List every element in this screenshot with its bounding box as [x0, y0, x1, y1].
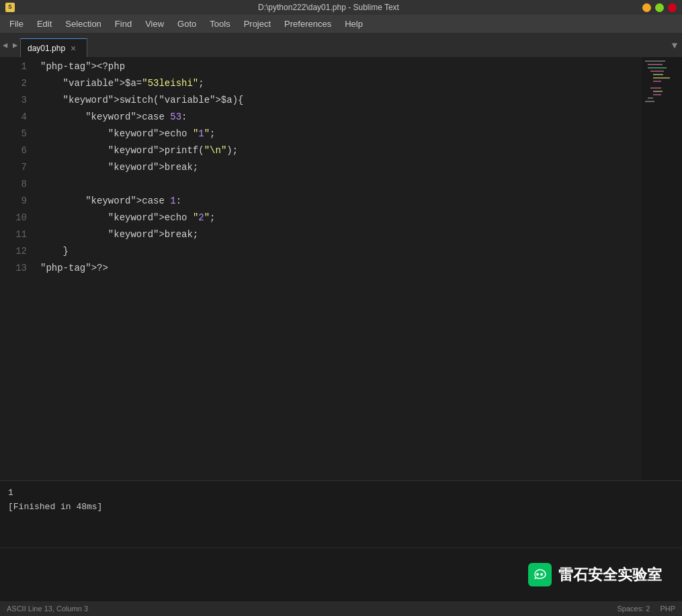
output-line2: [Finished in 48ms]: [8, 500, 674, 515]
tab-bar: ◀ ▶ day01.php × ▼: [0, 34, 682, 57]
status-bar: ASCII Line 13, Column 3 Spaces: 2 PHP: [0, 601, 682, 616]
code-line-5: "keyword">echo "1";: [40, 126, 642, 142]
tab-nav-right-button[interactable]: ▶: [10, 36, 20, 55]
close-button[interactable]: [668, 3, 677, 12]
menu-item-selection[interactable]: Selection: [58, 17, 108, 30]
menu-item-tools[interactable]: Tools: [203, 17, 237, 30]
line-number-2: 2: [0, 75, 27, 92]
code-line-4: "keyword">case 53:: [40, 109, 642, 126]
menu-bar: FileEditSelectionFindViewGotoToolsProjec…: [0, 15, 682, 34]
tab-close-button[interactable]: ×: [71, 44, 76, 53]
line-number-9: 9: [0, 193, 27, 210]
tab-label: day01.php: [28, 44, 65, 53]
line-number-8: 8: [0, 176, 27, 193]
svg-rect-3: [650, 71, 664, 72]
window-title: D:\python222\day01.php - Sublime Text: [15, 3, 642, 12]
title-bar: S D:\python222\day01.php - Sublime Text: [0, 0, 682, 15]
svg-rect-6: [653, 81, 661, 82]
code-line-9: "keyword">case 1:: [40, 193, 642, 210]
minimap[interactable]: [642, 57, 682, 480]
svg-point-13: [540, 573, 543, 576]
line-number-4: 4: [0, 109, 27, 126]
svg-rect-4: [653, 74, 663, 75]
code-line-12: }: [40, 243, 642, 260]
status-position: ASCII Line 13, Column 3: [7, 605, 88, 613]
svg-rect-8: [653, 91, 663, 92]
svg-rect-1: [648, 64, 663, 65]
tab-day01[interactable]: day01.php ×: [20, 38, 87, 57]
status-right: Spaces: 2 PHP: [617, 605, 675, 613]
code-line-13: "php-tag">?>: [40, 260, 642, 277]
menu-item-file[interactable]: File: [3, 17, 30, 30]
code-line-3: "keyword">switch("variable">$a){: [40, 92, 642, 109]
menu-item-preferences[interactable]: Preferences: [278, 17, 338, 30]
tab-nav-left-button[interactable]: ◀: [0, 36, 10, 55]
status-spaces: Spaces: 2: [617, 605, 650, 613]
minimap-content: [645, 60, 679, 144]
code-line-10: "keyword">echo "2";: [40, 210, 642, 226]
line-number-7: 7: [0, 159, 27, 176]
svg-point-12: [536, 573, 539, 576]
menu-item-find[interactable]: Find: [108, 17, 138, 30]
app-icon: S: [5, 3, 15, 12]
svg-rect-11: [645, 101, 654, 102]
status-left: ASCII Line 13, Column 3: [7, 605, 88, 613]
svg-rect-7: [650, 87, 661, 89]
svg-rect-9: [653, 94, 661, 95]
line-number-6: 6: [0, 142, 27, 159]
code-line-2: "variable">$a="53leishi";: [40, 75, 642, 92]
maximize-button[interactable]: [655, 3, 664, 12]
menu-item-project[interactable]: Project: [237, 17, 278, 30]
code-line-7: "keyword">break;: [40, 159, 642, 176]
line-numbers: 12345678910111213: [0, 57, 34, 480]
menu-item-view[interactable]: View: [138, 17, 171, 30]
svg-rect-2: [648, 67, 667, 69]
minimize-button[interactable]: [642, 3, 651, 12]
watermark-area: 雷石安全实验室: [0, 547, 682, 601]
svg-rect-0: [645, 60, 665, 62]
output-line1: 1: [8, 486, 674, 500]
line-number-1: 1: [0, 58, 27, 75]
code-line-11: "keyword">break;: [40, 226, 642, 243]
svg-rect-5: [653, 77, 670, 79]
line-number-3: 3: [0, 92, 27, 109]
code-line-8: [40, 176, 642, 193]
status-syntax: PHP: [660, 605, 675, 613]
window-controls[interactable]: [642, 3, 677, 12]
menu-item-edit[interactable]: Edit: [30, 17, 58, 30]
code-line-6: "keyword">printf("\n");: [40, 142, 642, 159]
watermark: 雷石安全实验室: [528, 563, 662, 586]
code-editor[interactable]: "php-tag"><?php "variable">$a="53leishi"…: [34, 57, 642, 480]
menu-item-goto[interactable]: Goto: [171, 17, 203, 30]
line-number-13: 13: [0, 260, 27, 277]
line-number-12: 12: [0, 243, 27, 260]
svg-rect-10: [648, 97, 653, 99]
output-panel: 1 [Finished in 48ms]: [0, 480, 682, 547]
watermark-text: 雷石安全实验室: [558, 565, 662, 585]
line-number-5: 5: [0, 126, 27, 142]
code-line-1: "php-tag"><?php: [40, 58, 642, 75]
wechat-icon: [528, 563, 552, 586]
menu-item-help[interactable]: Help: [338, 17, 370, 30]
tab-overflow-button[interactable]: ▼: [667, 34, 682, 57]
editor-area: 12345678910111213 "php-tag"><?php "varia…: [0, 57, 682, 480]
line-number-10: 10: [0, 210, 27, 226]
line-number-11: 11: [0, 226, 27, 243]
